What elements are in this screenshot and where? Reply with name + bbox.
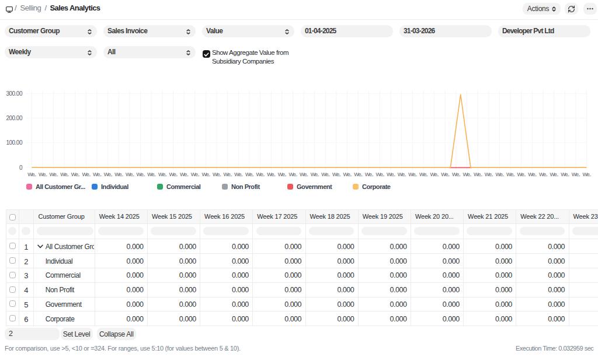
svg-text:We..: We.. xyxy=(126,172,134,177)
svg-text:We..: We.. xyxy=(441,172,450,177)
svg-text:We..: We.. xyxy=(354,172,363,177)
svg-text:We..: We.. xyxy=(463,172,472,177)
svg-text:We..: We.. xyxy=(114,172,123,177)
svg-text:We..: We.. xyxy=(288,172,297,177)
svg-text:We..: We.. xyxy=(539,172,548,177)
svg-text:We..: We.. xyxy=(452,172,461,177)
svg-text:We..: We.. xyxy=(213,172,221,177)
svg-text:We..: We.. xyxy=(332,172,341,177)
svg-text:We..: We.. xyxy=(60,172,69,177)
svg-text:We..: We.. xyxy=(267,172,276,177)
svg-text:We..: We.. xyxy=(430,172,439,177)
svg-text:We..: We.. xyxy=(180,172,189,177)
svg-text:We..: We.. xyxy=(398,172,406,177)
svg-text:We..: We.. xyxy=(582,172,591,177)
svg-text:We..: We.. xyxy=(104,172,113,177)
svg-text:We..: We.. xyxy=(376,172,385,177)
svg-text:We..: We.. xyxy=(71,172,80,177)
svg-text:We..: We.. xyxy=(93,172,102,177)
svg-text:We..: We.. xyxy=(485,172,493,177)
svg-text:We..: We.. xyxy=(572,172,580,177)
svg-text:We..: We.. xyxy=(50,172,58,177)
svg-text:We..: We.. xyxy=(245,172,254,177)
svg-text:We..: We.. xyxy=(343,172,352,177)
svg-text:We..: We.. xyxy=(474,172,482,177)
svg-text:200.00: 200.00 xyxy=(6,115,23,121)
svg-text:We..: We.. xyxy=(137,172,145,177)
svg-text:300.00: 300.00 xyxy=(6,90,23,97)
svg-text:We..: We.. xyxy=(191,172,200,177)
svg-text:We..: We.. xyxy=(321,172,330,177)
svg-text:We..: We.. xyxy=(158,172,167,177)
svg-text:We..: We.. xyxy=(561,172,569,177)
svg-text:We..: We.. xyxy=(419,172,428,177)
svg-text:0: 0 xyxy=(19,164,23,171)
svg-text:We..: We.. xyxy=(82,172,91,177)
svg-text:We..: We.. xyxy=(506,172,515,177)
svg-text:We..: We.. xyxy=(365,172,374,177)
svg-text:We..: We.. xyxy=(169,172,178,177)
svg-text:We..: We.. xyxy=(27,172,36,177)
svg-text:We..: We.. xyxy=(517,172,526,177)
svg-text:We..: We.. xyxy=(550,172,559,177)
svg-text:We..: We.. xyxy=(224,172,232,177)
svg-text:We..: We.. xyxy=(278,172,287,177)
svg-text:We..: We.. xyxy=(147,172,156,177)
svg-text:We..: We.. xyxy=(408,172,417,177)
svg-text:100.00: 100.00 xyxy=(6,139,23,146)
svg-text:We..: We.. xyxy=(256,172,265,177)
svg-text:We..: We.. xyxy=(39,172,47,177)
svg-text:We..: We.. xyxy=(201,172,210,177)
svg-text:We..: We.. xyxy=(234,172,243,177)
svg-text:We..: We.. xyxy=(311,172,319,177)
svg-text:We..: We.. xyxy=(387,172,395,177)
svg-text:We..: We.. xyxy=(528,172,537,177)
svg-text:We..: We.. xyxy=(495,172,504,177)
svg-text:We..: We.. xyxy=(300,172,308,177)
